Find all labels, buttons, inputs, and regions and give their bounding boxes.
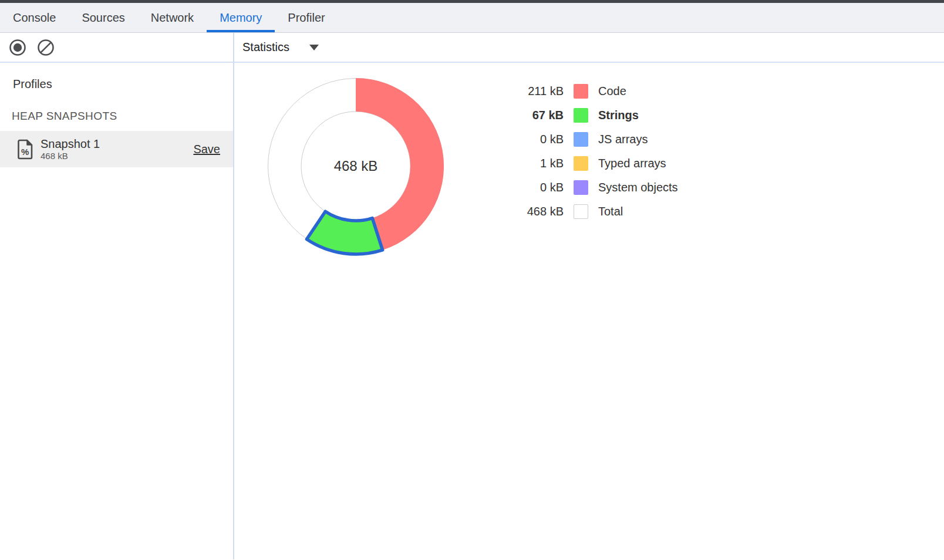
legend-label: Total [598,205,623,218]
snapshot-name: Snapshot 1 [41,137,100,151]
chart-legend: 211 kBCode67 kBStrings0 kBJS arrays1 kBT… [498,79,678,224]
save-snapshot-link[interactable]: Save [193,143,220,156]
pie-slice-strings[interactable] [306,211,382,254]
chevron-down-icon [309,45,319,50]
clear-button[interactable] [36,38,55,57]
tab-memory[interactable]: Memory [207,3,275,32]
legend-swatch-icon [574,204,588,219]
legend-row-strings[interactable]: 67 kBStrings [498,103,678,127]
legend-label: Code [598,85,626,98]
legend-swatch-icon [574,180,588,195]
tab-console[interactable]: Console [0,3,69,32]
legend-value: 211 kB [498,85,564,98]
legend-label: Typed arrays [598,157,666,170]
record-button[interactable] [8,38,27,57]
legend-row-code[interactable]: 211 kBCode [498,79,678,103]
legend-value: 468 kB [498,205,564,218]
legend-label: JS arrays [598,133,648,146]
legend-row-system-objects[interactable]: 0 kBSystem objects [498,176,678,200]
memory-view-toolbar: Statistics [234,33,944,63]
tab-sources[interactable]: Sources [69,3,137,32]
tab-network[interactable]: Network [138,3,207,32]
legend-swatch-icon [574,132,588,147]
legend-swatch-icon [574,108,588,123]
svg-text:%: % [21,147,29,157]
legend-label: Strings [598,109,639,122]
profiles-toolbar [0,33,233,63]
legend-row-total[interactable]: 468 kBTotal [498,200,678,224]
heap-snapshot-document-icon: % [18,139,33,160]
profiles-heading: Profiles [13,76,233,92]
view-selector-dropdown[interactable]: Statistics [242,41,319,54]
devtools-body: Profiles HEAP SNAPSHOTS % Snapshot 1 468… [0,33,944,559]
record-icon [8,38,27,57]
legend-row-js-arrays[interactable]: 0 kBJS arrays [498,127,678,151]
snapshot-list-item[interactable]: % Snapshot 1 468 kB Save [0,131,233,167]
heap-statistics-donut-chart[interactable]: 468 kB [262,72,450,260]
profiles-sidebar: Profiles HEAP SNAPSHOTS % Snapshot 1 468… [0,33,234,559]
heap-snapshots-section-header: HEAP SNAPSHOTS [12,110,233,123]
view-selector-value: Statistics [242,41,289,54]
legend-value: 0 kB [498,181,564,194]
legend-swatch-icon [574,84,588,99]
snapshot-text: Snapshot 1 468 kB [41,137,100,161]
legend-row-typed-arrays[interactable]: 1 kBTyped arrays [498,151,678,176]
tab-profiler[interactable]: Profiler [275,3,338,32]
legend-value: 67 kB [498,109,564,122]
legend-value: 1 kB [498,157,564,170]
legend-swatch-icon [574,156,588,171]
snapshot-size: 468 kB [41,151,100,161]
memory-main-panel: Statistics 468 kB 211 kBCode67 kBStrings… [234,33,944,559]
clear-icon [36,38,55,57]
legend-value: 0 kB [498,133,564,146]
statistics-view: 468 kB 211 kBCode67 kBStrings0 kBJS arra… [234,63,944,559]
devtools-tab-bar: Console Sources Network Memory Profiler [0,3,944,33]
legend-label: System objects [598,181,678,194]
